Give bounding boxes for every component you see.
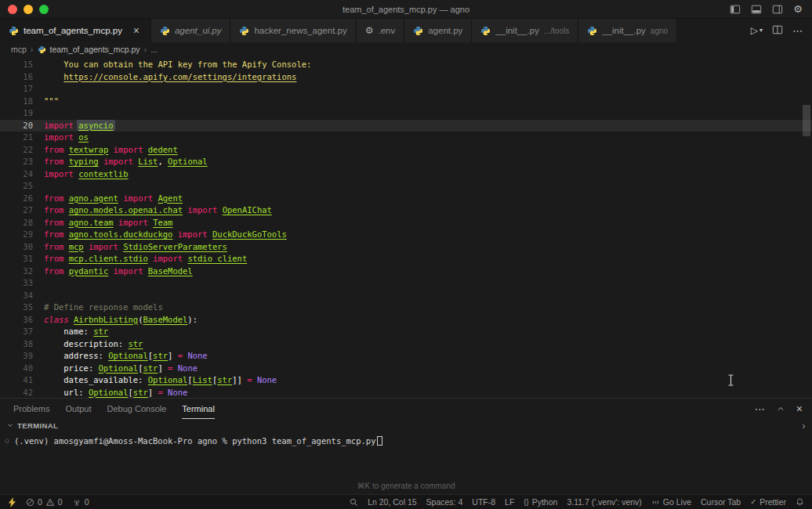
toggle-secondary-sidebar-icon[interactable] (772, 4, 783, 15)
code-line[interactable]: 28from agno.team import Team (0, 217, 812, 229)
encoding-status[interactable]: UTF-8 (467, 495, 500, 509)
code-line[interactable]: 24import contextlib (0, 168, 812, 181)
code-line[interactable]: 37 name: str (0, 326, 812, 338)
code-line[interactable]: 16 https://console.apify.com/settings/in… (0, 71, 812, 84)
code-line[interactable]: 31from mcp.client.stdio import stdio_cli… (0, 253, 812, 265)
line-number[interactable]: 41 (0, 374, 33, 387)
panel-tab-problems[interactable]: Problems (13, 399, 49, 419)
breadcrumb-symbols[interactable]: ... (150, 45, 158, 54)
line-number[interactable]: 32 (0, 265, 33, 278)
line-number[interactable]: 21 (0, 132, 33, 144)
line-number[interactable]: 34 (0, 290, 33, 302)
tab-agent-py[interactable]: agent.py (404, 19, 472, 42)
zoom-window-button[interactable] (39, 5, 49, 14)
line-number[interactable]: 27 (0, 204, 33, 217)
line-number[interactable]: 38 (0, 338, 33, 351)
line-number[interactable]: 36 (0, 314, 33, 327)
settings-gear-icon[interactable]: ⚙ (793, 4, 803, 14)
tab-team-of-agents-mcp-py[interactable]: team_of_agents_mcp.py× (0, 19, 151, 42)
panel-tab-terminal[interactable]: Terminal (182, 399, 215, 419)
tab-init-py[interactable]: __init__.py.../tools (472, 19, 578, 42)
code-line[interactable]: 26from agno.agent import Agent (0, 193, 812, 205)
maximize-panel-icon[interactable] (776, 404, 785, 413)
terminal-command-line[interactable]: ○ (.venv) amosgyamfi@Amoss-MacBook-Pro a… (0, 435, 812, 446)
python-interpreter[interactable]: 3.11.7 ('.venv': venv) (562, 495, 646, 509)
code-line[interactable]: 22from textwrap import dedent (0, 144, 812, 157)
line-number[interactable]: 26 (0, 193, 33, 205)
breadcrumb-folder[interactable]: mcp (11, 45, 27, 54)
line-number[interactable]: 29 (0, 229, 33, 241)
line-number[interactable]: 31 (0, 253, 33, 265)
line-number[interactable]: 19 (0, 107, 33, 120)
code-line[interactable]: 32from pydantic import BaseModel (0, 265, 812, 278)
line-number[interactable]: 33 (0, 277, 33, 290)
line-number[interactable]: 20 (0, 120, 33, 132)
problems-status[interactable]: 0 0 (21, 495, 67, 509)
split-editor-button[interactable] (772, 24, 783, 38)
close-window-button[interactable] (8, 5, 17, 14)
toggle-panel-icon[interactable] (751, 4, 762, 15)
line-number[interactable]: 18 (0, 96, 33, 108)
language-mode[interactable]: {} Python (519, 495, 562, 509)
line-number[interactable]: 39 (0, 350, 33, 363)
line-number[interactable]: 22 (0, 144, 33, 157)
code-line[interactable]: 40 price: Optional[str] = None (0, 363, 812, 375)
line-number[interactable]: 35 (0, 301, 33, 314)
terminal-section-header[interactable]: TERMINAL › (0, 419, 812, 432)
line-number[interactable]: 37 (0, 326, 33, 338)
indentation-status[interactable]: Spaces: 4 (422, 495, 468, 509)
tab-env[interactable]: ⚙.env (357, 19, 405, 42)
line-number[interactable]: 28 (0, 217, 33, 229)
code-line[interactable]: 30from mcp import StdioServerParameters (0, 241, 812, 254)
code-line[interactable]: 21import os (0, 132, 812, 144)
panel-more-actions-icon[interactable]: ⋯ (755, 404, 765, 414)
line-number[interactable]: 17 (0, 83, 33, 96)
terminal[interactable]: ○ (.venv) amosgyamfi@Amoss-MacBook-Pro a… (0, 432, 812, 494)
search-status[interactable] (345, 495, 363, 509)
line-number[interactable]: 30 (0, 241, 33, 254)
remote-indicator[interactable] (3, 495, 21, 509)
notifications-button[interactable] (791, 495, 809, 509)
code-line[interactable]: 35# Define response models (0, 301, 812, 314)
code-line[interactable]: 17 (0, 83, 812, 96)
cursor-tab-status[interactable]: Cursor Tab (696, 495, 745, 509)
go-live-button[interactable]: Go Live (647, 495, 696, 509)
editor[interactable]: 15 You can obtain the API key from the A… (0, 56, 812, 398)
code-line[interactable]: 41 dates_available: Optional[List[str]] … (0, 374, 812, 387)
code-line[interactable]: 36class AirbnbListing(BaseModel): (0, 314, 812, 327)
close-tab-icon[interactable]: × (131, 25, 142, 36)
eol-status[interactable]: LF (500, 495, 519, 509)
code-line[interactable]: 34 (0, 290, 812, 302)
editor-more-actions-button[interactable]: ⋯ (792, 26, 803, 36)
panel-tab-debug-console[interactable]: Debug Console (107, 399, 167, 419)
code-line[interactable]: 29from agno.tools.duckduckgo import Duck… (0, 229, 812, 241)
run-python-file-button[interactable]: ▷▾ (751, 26, 763, 35)
code-line[interactable]: 25 (0, 180, 812, 193)
close-panel-icon[interactable]: × (796, 403, 803, 414)
line-number[interactable]: 42 (0, 387, 33, 399)
toggle-primary-sidebar-icon[interactable] (730, 4, 741, 15)
tab-init-py[interactable]: __init__.pyagno (578, 19, 677, 42)
code-line[interactable]: 39 address: Optional[str] = None (0, 350, 812, 363)
code-line[interactable]: 15 You can obtain the API key from the A… (0, 59, 812, 71)
code-line[interactable]: 38 description: str (0, 338, 812, 351)
chevron-right-icon[interactable]: › (803, 421, 806, 431)
line-number[interactable]: 23 (0, 156, 33, 168)
code-line[interactable]: 42 url: Optional[str] = None (0, 387, 812, 399)
code-line[interactable]: 18""" (0, 96, 812, 108)
code-line[interactable]: 27from agno.models.openai.chat import Op… (0, 204, 812, 217)
ports-status[interactable]: 0 (67, 495, 94, 509)
tab-agent-ui-py[interactable]: agent_ui.py (151, 19, 230, 42)
code-line[interactable]: 19 (0, 107, 812, 120)
prettier-status[interactable]: ✓ Prettier (745, 495, 791, 509)
line-number[interactable]: 15 (0, 59, 33, 71)
minimize-window-button[interactable] (24, 5, 33, 14)
line-number[interactable]: 40 (0, 363, 33, 375)
breadcrumb-file[interactable]: team_of_agents_mcp.py (50, 45, 140, 54)
tab-hacker-news-agent-py[interactable]: hacker_news_agent.py (230, 19, 356, 42)
line-number[interactable]: 16 (0, 71, 33, 84)
code-line[interactable]: 20import asyncio (0, 120, 812, 132)
line-number[interactable]: 24 (0, 168, 33, 181)
panel-tab-output[interactable]: Output (65, 399, 91, 419)
line-number[interactable]: 25 (0, 180, 33, 193)
